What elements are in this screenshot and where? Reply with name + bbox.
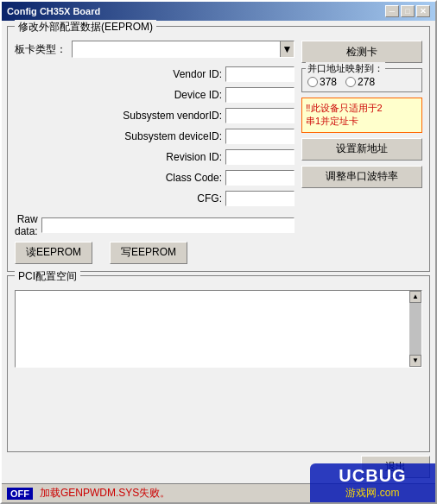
left-panel: 板卡类型： ▼ Vendor ID: Device ID: — [15, 41, 294, 238]
detect-button[interactable]: 检测卡 — [301, 41, 422, 63]
radio-378-label: 378 — [320, 76, 337, 88]
pci-group-title: PCI配置空间 — [15, 269, 80, 284]
note-text: ‼此设备只适用于2串1并定址卡 — [306, 103, 383, 126]
status-off-badge: OFF — [7, 488, 33, 500]
eeprom-group: 修改外部配置数据(EEPROM) 板卡类型： ▼ Vendor ID: — [7, 26, 430, 272]
radio-278[interactable] — [345, 77, 356, 87]
device-id-label: Device ID: — [174, 89, 222, 101]
vendor-id-label: Vendor ID: — [173, 68, 222, 80]
note-box: ‼此设备只适用于2串1并定址卡 — [301, 98, 422, 133]
vendor-id-row: Vendor ID: — [15, 66, 294, 82]
maximize-button[interactable]: □ — [401, 5, 415, 17]
card-type-row: 板卡类型： ▼ — [15, 41, 294, 58]
window-title: Config CH35X Board — [7, 6, 100, 16]
parallel-group-title: 并口地址映射到： — [306, 62, 385, 75]
parallel-group: 并口地址映射到： 378 278 — [301, 68, 422, 92]
vendor-id-input[interactable] — [225, 66, 294, 82]
radio-row: 378 278 — [307, 76, 416, 88]
top-section: 板卡类型： ▼ Vendor ID: Device ID: — [15, 41, 422, 238]
dropdown-arrow-icon[interactable]: ▼ — [280, 41, 294, 57]
watermark: UCBUG 游戏网.com — [310, 463, 435, 502]
class-code-row: Class Code: — [15, 170, 294, 186]
pci-group: PCI配置空间 ▲ ▼ — [7, 275, 430, 452]
set-address-button[interactable]: 设置新地址 — [301, 138, 422, 161]
write-eeprom-button[interactable]: 写EEPROM — [110, 242, 187, 264]
cfg-label: CFG: — [197, 192, 222, 205]
right-panel: 检测卡 并口地址映射到： 378 278 — [301, 41, 422, 238]
subsystem-device-row: Subsystem deviceID: — [15, 129, 294, 144]
eeprom-row: 读EEPROM 写EEPROM — [15, 242, 422, 264]
class-code-input[interactable] — [225, 170, 294, 186]
subsystem-device-label: Subsystem deviceID: — [124, 130, 222, 142]
cfg-input[interactable] — [225, 191, 294, 206]
subsystem-device-input[interactable] — [225, 129, 294, 144]
read-eeprom-button[interactable]: 读EEPROM — [15, 242, 92, 264]
main-window: Config CH35X Board ─ □ ✕ 修改外部配置数据(EEPROM… — [0, 0, 437, 504]
close-button[interactable]: ✕ — [416, 5, 430, 17]
adjust-baud-button[interactable]: 调整串口波特率 — [301, 166, 422, 188]
subsystem-vendor-label: Subsystem vendorID: — [123, 110, 222, 122]
radio-378-item[interactable]: 378 — [307, 76, 337, 88]
radio-278-item[interactable]: 278 — [345, 76, 375, 88]
eeprom-group-title: 修改外部配置数据(EEPROM) — [15, 20, 156, 35]
scroll-up-icon[interactable]: ▲ — [409, 291, 421, 303]
radio-278-label: 278 — [358, 76, 375, 88]
scroll-down-icon[interactable]: ▼ — [409, 355, 421, 367]
radio-378[interactable] — [307, 77, 318, 87]
title-bar: Config CH35X Board ─ □ ✕ — [2, 2, 435, 21]
watermark-content: UCBUG 游戏网.com — [339, 466, 406, 501]
raw-data-input[interactable] — [41, 217, 294, 233]
pci-scrollbar[interactable]: ▲ ▼ — [409, 291, 421, 367]
revision-id-input[interactable] — [225, 149, 294, 165]
pci-content-area: ▲ ▼ — [15, 290, 422, 368]
scroll-track — [409, 303, 421, 355]
watermark-top: UCBUG — [339, 466, 406, 486]
window-content: 修改外部配置数据(EEPROM) 板卡类型： ▼ Vendor ID: — [2, 21, 435, 483]
cfg-row: CFG: — [15, 191, 294, 206]
raw-data-label: Rawdata: — [15, 213, 38, 238]
raw-data-row: Rawdata: — [15, 213, 294, 238]
status-bar: OFF 加载GENPWDM.SYS失败。 UCBUG 游戏网.com — [2, 483, 435, 502]
subsystem-vendor-row: Subsystem vendorID: — [15, 108, 294, 123]
card-type-dropdown[interactable]: ▼ — [72, 41, 294, 58]
device-id-row: Device ID: — [15, 87, 294, 103]
revision-id-label: Revision ID: — [166, 151, 222, 163]
device-id-input[interactable] — [225, 87, 294, 103]
status-message: 加载GENPWDM.SYS失败。 — [40, 486, 170, 501]
minimize-button[interactable]: ─ — [385, 5, 399, 17]
card-type-label: 板卡类型： — [15, 42, 66, 57]
class-code-label: Class Code: — [166, 172, 222, 184]
subsystem-vendor-input[interactable] — [225, 108, 294, 123]
revision-id-row: Revision ID: — [15, 149, 294, 165]
watermark-bottom: 游戏网.com — [345, 486, 399, 501]
title-buttons: ─ □ ✕ — [385, 5, 430, 17]
